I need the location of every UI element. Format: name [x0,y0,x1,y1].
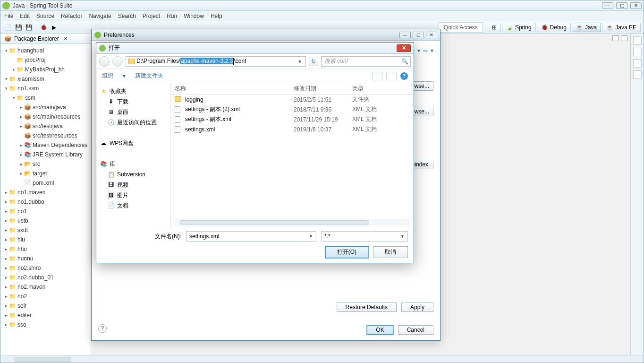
nav-menu-icon[interactable]: ▾ [431,47,433,54]
save-all-icon[interactable]: 💾 [24,23,34,32]
tasks-icon[interactable] [633,48,642,56]
tree-item[interactable]: ▾📁no1.ssm [2,84,91,93]
tree-twist-icon[interactable]: ▸ [3,313,9,318]
tree-twist-icon[interactable]: ▸ [18,162,24,166]
perspective-javaee[interactable]: ☕ Java EE [602,23,641,32]
refresh-button[interactable]: ↻ [309,57,318,66]
tree-item[interactable]: 📦src/test/resources [2,131,91,140]
tree-item[interactable]: ▸📁hhu [2,244,91,254]
tree-item[interactable]: ▸📦src/test/java [2,121,91,131]
tree-twist-icon[interactable]: ▸ [3,199,9,204]
cancel-button[interactable]: 取消 [373,246,408,258]
maximize-button[interactable]: ▢ [616,2,627,9]
tree-twist-icon[interactable]: ▸ [18,114,24,119]
tree-twist-icon[interactable]: ▸ [18,143,24,147]
tree-item[interactable]: ▾📁ssm [2,93,91,103]
tree-twist-icon[interactable]: ▸ [18,124,24,129]
menu-window[interactable]: Window [184,13,204,19]
menu-refactor[interactable]: Refactor [61,13,82,19]
tree-item[interactable]: ▸📁hiu [2,235,91,244]
tree-item[interactable]: ▸📦src/main/java [2,103,91,112]
tree-twist-icon[interactable]: ▸ [3,285,9,289]
menu-project[interactable]: Project [143,13,160,19]
tree-item[interactable]: ▸📁ustb [2,216,91,225]
tree-item[interactable]: ▾📁huanghuai [2,46,91,55]
col-header-type[interactable]: 类型 [352,85,390,93]
tree-twist-icon[interactable]: ▸ [3,237,9,242]
organize-menu[interactable]: 组织 [102,72,113,80]
view-mode-button[interactable] [372,72,382,80]
nav-next-icon[interactable]: ⇨ [423,47,428,54]
tree-twist-icon[interactable]: ▸ [3,190,9,195]
tree-item[interactable]: ▸📦src/main/resources [2,112,91,121]
save-icon[interactable]: 💾 [14,23,23,32]
open-button[interactable]: 打开(O) [325,246,368,258]
menu-source[interactable]: Source [36,13,54,19]
menu-file[interactable]: File [4,13,13,19]
tree-item[interactable]: ▸📁no2 [2,292,91,301]
tree-twist-icon[interactable]: ▸ [3,294,9,299]
menu-search[interactable]: Search [118,13,136,19]
file-dialog-close-button[interactable]: ✕ [397,44,411,52]
tree-item[interactable]: ▸📚Maven Dependencies [2,140,91,150]
menu-run[interactable]: Run [167,13,177,19]
address-bar[interactable]: D:\Program Files\apache-maven-3.2.3\conf… [126,56,306,67]
tree-twist-icon[interactable]: ▾ [3,48,9,53]
perspective-debug[interactable]: 🐞 Debug [537,23,571,32]
perspective-spring[interactable]: 🍃 Spring [502,23,536,32]
tree-item[interactable]: ▸📁sso [2,320,91,329]
filename-input[interactable]: settings.xml ▼ [186,231,316,242]
search-input[interactable]: 搜索 conf 🔍 [321,56,411,67]
minimize-view-icon[interactable] [612,35,619,41]
file-row[interactable]: settings.xml2019/1/6 10:37XML 文档 [171,124,414,134]
new-folder-button[interactable]: 新建文件夹 [135,72,163,80]
file-hscrollbar[interactable] [175,219,410,226]
close-icon[interactable]: ✕ [64,36,68,41]
tree-twist-icon[interactable]: ▸ [3,218,9,223]
file-row[interactable]: settings - 副本 (2).xml2018/7/11 9:36XML 文… [171,104,414,114]
sidebar-item[interactable]: 📚库 [96,159,170,169]
tree-twist-icon[interactable]: ▸ [18,152,24,157]
package-explorer-tab[interactable]: 📦 Package Explorer ✕ [0,34,91,44]
pref-min-icon[interactable]: — [399,32,411,38]
tree-twist-icon[interactable]: ▸ [3,247,9,251]
sidebar-item[interactable]: ★收藏夹 [96,86,170,96]
sidebar-item[interactable]: ☁WPS网盘 [96,138,170,148]
menu-edit[interactable]: Edit [20,13,30,19]
tree-twist-icon[interactable]: ▸ [3,209,9,214]
tree-item[interactable]: 📄pom.xml [2,178,91,188]
sidebar-item[interactable]: 🕓最近访问的位置 [96,117,170,128]
filter-dropdown[interactable]: *.* ▼ [321,231,408,242]
sidebar-item[interactable]: ⬇下载 [96,96,170,107]
project-tree[interactable]: ▾📁huanghuai📁jdbcProj▸📁MyBatisProj_hh▾📁xi… [0,44,91,363]
tree-item[interactable]: ▸📁no1.maven [2,188,91,197]
scroll-thumb[interactable] [15,357,71,362]
tree-item[interactable]: ▾📁xiaomissm [2,74,91,84]
tree-item[interactable]: ▸📁hunnu [2,254,91,263]
sidebar-item[interactable]: 🖥桌面 [96,107,170,117]
restore-defaults-button[interactable]: Restore Defaults [337,302,397,312]
preview-pane-button[interactable] [386,72,397,80]
horizontal-scrollbar[interactable] [0,355,644,363]
dropdown-icon[interactable]: ▼ [309,234,313,239]
pref-max-icon[interactable]: ▢ [413,32,424,38]
tree-item[interactable]: ▸📁sxdt [2,225,91,235]
file-rows[interactable]: logging2015/2/5 11:51文件夹settings - 副本 (2… [171,95,414,219]
tree-item[interactable]: ▸📁no1 [2,207,91,216]
tree-item[interactable]: ▸📁no2.dubbo_01 [2,273,91,282]
tree-item[interactable]: ▸📁editer [2,311,91,320]
nav-forward-button[interactable] [112,56,123,67]
pref-ok-button[interactable]: OK [367,325,393,335]
col-header-name[interactable]: 名称 [175,85,294,93]
perspective-java[interactable]: ☕ Java [572,23,601,32]
tree-twist-icon[interactable]: ▾ [3,77,9,81]
address-dropdown-icon[interactable]: ▾ [296,58,304,65]
menu-navigate[interactable]: Navigate [89,13,111,19]
tree-twist-icon[interactable]: ▸ [3,275,9,280]
pref-close-icon[interactable]: ✕ [426,32,437,38]
tree-twist-icon[interactable]: ▸ [18,105,24,110]
outline-icon[interactable] [633,36,642,45]
quick-access[interactable]: Quick Access [439,22,483,33]
file-dialog-sidebar[interactable]: ★收藏夹⬇下载🖥桌面🕓最近访问的位置☁WPS网盘📚库📋Subversion🎞视频… [96,83,171,228]
help-button[interactable]: ? [400,72,408,80]
